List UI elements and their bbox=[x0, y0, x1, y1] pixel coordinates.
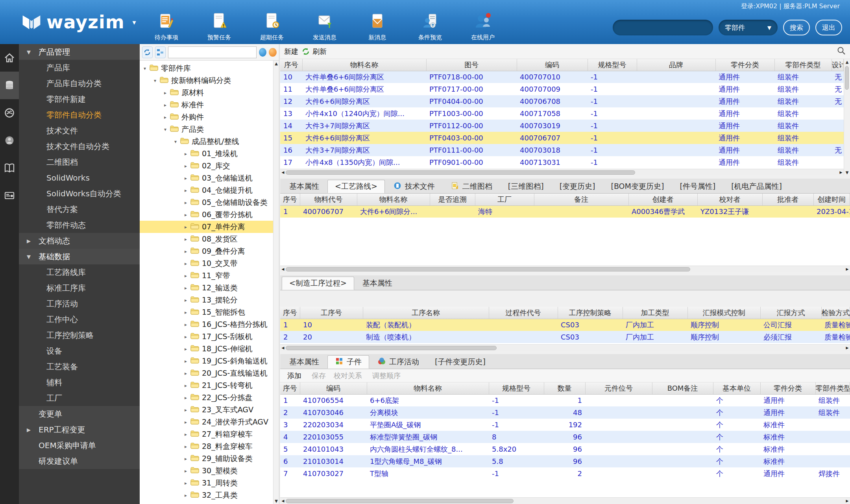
expand-icon[interactable]: ▸ bbox=[183, 407, 188, 413]
column-header[interactable]: 零件分类 bbox=[760, 382, 815, 394]
sidebar-section-5[interactable]: ▶ERP工程变更 bbox=[19, 422, 140, 438]
sidebar-item[interactable]: SolidWorks自动分类 bbox=[19, 186, 140, 201]
search-scope-dropdown[interactable]: 零部件 ▼ bbox=[719, 20, 778, 35]
scroll-down-icon[interactable]: ▼ bbox=[846, 170, 849, 175]
tree-node[interactable]: ▸06_覆带分拣机 bbox=[140, 209, 279, 221]
sidebar-section-1[interactable]: ▼产品管理 bbox=[19, 44, 140, 60]
expand-icon[interactable]: ▸ bbox=[183, 493, 188, 498]
tree-node[interactable]: ▸31_周转类 bbox=[140, 477, 279, 489]
column-header[interactable]: 工序控制策略 bbox=[558, 307, 623, 319]
tree-locate-button[interactable] bbox=[155, 46, 166, 58]
tree-node[interactable]: ▾产品类 bbox=[140, 123, 279, 135]
tab-子件变更历史[interactable]: [子件变更历史] bbox=[427, 355, 493, 369]
column-header[interactable]: 批准者 bbox=[762, 194, 813, 205]
header-tool-4[interactable]: 发送消息 bbox=[311, 12, 338, 41]
table-row[interactable]: 13小件4x10（1240内宽）间隙...PTF1003-00-00400717… bbox=[280, 107, 844, 120]
column-header[interactable]: 过程件代号 bbox=[489, 307, 558, 319]
rail-database-icon[interactable] bbox=[0, 72, 19, 99]
header-tool-2[interactable]: 预警任务 bbox=[205, 12, 233, 41]
column-header[interactable]: 设计备注 bbox=[832, 59, 844, 71]
sidebar-item[interactable]: 零部件自动分类 bbox=[19, 107, 140, 123]
sidebar-item[interactable]: 工艺路线库 bbox=[19, 264, 140, 280]
column-header[interactable]: 品牌 bbox=[637, 59, 715, 71]
expand-icon[interactable]: ▸ bbox=[183, 285, 188, 291]
expand-icon[interactable]: ▸ bbox=[183, 297, 188, 303]
sidebar-section-7[interactable]: 研发建议单 bbox=[19, 453, 140, 469]
collapse-icon[interactable]: ▾ bbox=[152, 78, 158, 83]
expand-icon[interactable]: ▸ bbox=[183, 249, 188, 254]
column-header[interactable]: 规格型号 bbox=[588, 59, 637, 71]
column-header[interactable]: 规格型号 bbox=[489, 382, 544, 394]
tab-变更历史[interactable]: [变更历史] bbox=[552, 180, 603, 193]
column-header[interactable]: 序号 bbox=[280, 307, 300, 319]
column-header[interactable]: 备注 bbox=[534, 194, 628, 205]
sidebar-item[interactable]: 辅料 bbox=[19, 375, 140, 390]
expand-icon[interactable]: ▸ bbox=[163, 102, 168, 108]
new-button[interactable]: 新建 bbox=[284, 47, 298, 56]
tab-基本属性[interactable]: 基本属性 bbox=[282, 180, 327, 193]
table-row[interactable]: 1400706707大件6+6间隙分...海特A000346曹学武YZ0132王… bbox=[280, 205, 850, 218]
column-header[interactable]: 工序名称 bbox=[363, 307, 489, 319]
tree-node[interactable]: ▸原材料 bbox=[140, 87, 279, 99]
tree-filter-input[interactable] bbox=[168, 46, 257, 58]
tree-vertical-scrollbar[interactable]: ▲ ▼ bbox=[273, 61, 279, 504]
tree-node[interactable]: ▸18_JCS-伸缩机 bbox=[140, 343, 279, 355]
column-header[interactable]: 是否追溯 bbox=[430, 194, 475, 205]
collapse-icon[interactable]: ▾ bbox=[142, 66, 148, 71]
tree-node[interactable]: ▸外购件 bbox=[140, 111, 279, 123]
tree-node[interactable]: ▸05_仓储辅助设备类 bbox=[140, 196, 279, 209]
column-header[interactable]: 序号 bbox=[280, 194, 300, 205]
sidebar-section-6[interactable]: OEM采购申请单 bbox=[19, 438, 140, 453]
expand-icon[interactable]: ▸ bbox=[183, 261, 188, 266]
tree-node[interactable]: ▸28_料盒穿梭车 bbox=[140, 440, 279, 452]
expand-icon[interactable]: ▸ bbox=[183, 236, 188, 242]
table-row[interactable]: 11大件单叠6+6间隙分离区PTF0717-00-00400707009-1通用… bbox=[280, 83, 844, 95]
column-header[interactable]: 基本单位 bbox=[713, 382, 760, 394]
sidebar-item[interactable]: 产品库自动分类 bbox=[19, 76, 140, 91]
column-header[interactable]: 物料代号 bbox=[300, 194, 357, 205]
tree-node[interactable]: ▸11_窄带 bbox=[140, 270, 279, 282]
expand-icon[interactable]: ▸ bbox=[183, 480, 188, 486]
column-header[interactable]: 零件分类 bbox=[715, 59, 774, 71]
tree-node[interactable]: ▸24_潜伏举升式AGV bbox=[140, 416, 279, 428]
expand-icon[interactable]: ▸ bbox=[183, 419, 188, 425]
tree-node[interactable]: ▸12_输送类 bbox=[140, 282, 279, 294]
expand-icon[interactable]: ▸ bbox=[183, 175, 188, 181]
rail-license-icon[interactable] bbox=[0, 182, 19, 209]
expand-icon[interactable]: ▸ bbox=[183, 334, 188, 340]
tree-node[interactable]: ▾零部件库 bbox=[140, 62, 279, 74]
expand-icon[interactable]: ▸ bbox=[163, 90, 168, 96]
scroll-up-icon[interactable]: ▲ bbox=[275, 61, 278, 66]
table-row[interactable]: 12大件6+6间隙分离区PTF0404-00-00400706708-1通用件组… bbox=[280, 95, 844, 107]
expand-icon[interactable]: ▸ bbox=[183, 444, 188, 449]
scroll-left-icon[interactable]: ◀ bbox=[280, 346, 286, 350]
scroll-down-icon[interactable]: ▼ bbox=[275, 499, 278, 503]
tree-refresh-button[interactable] bbox=[142, 46, 153, 58]
scroll-left-icon[interactable]: ◀ bbox=[280, 170, 286, 174]
expand-icon[interactable]: ▸ bbox=[183, 310, 188, 315]
column-header[interactable]: 加工类型 bbox=[623, 307, 687, 319]
tree-node[interactable]: ▸15_智能拆包 bbox=[140, 306, 279, 318]
column-header[interactable]: 物料名称 bbox=[302, 59, 426, 71]
table-row[interactable]: 14107065546+6底架-11个通用件组装件 bbox=[280, 394, 850, 406]
tree-node[interactable]: ▸21_JCS-转弯机 bbox=[140, 379, 279, 391]
global-search-input[interactable] bbox=[613, 20, 713, 35]
tree-node[interactable]: ▸23_叉车式AGV bbox=[140, 404, 279, 416]
tab-制造工序过程[interactable]: <制造工序过程> bbox=[282, 277, 354, 290]
table-row[interactable]: 15大件6+6间隙分离区PTF0403-00-00400706707-1通用件组… bbox=[280, 132, 844, 144]
expand-icon[interactable]: ▸ bbox=[183, 346, 188, 352]
table-row[interactable]: 14大件3+7间隙分离区PTF0112-00-00400703019-1通用件组… bbox=[280, 120, 844, 132]
tree-node[interactable]: ▸07_单件分离 bbox=[140, 221, 279, 233]
bom-horizontal-scrollbar[interactable]: ◀ ▶ bbox=[280, 497, 850, 504]
tree-node[interactable]: ▸标准件 bbox=[140, 99, 279, 111]
expand-icon[interactable]: ▸ bbox=[183, 273, 188, 279]
expand-icon[interactable]: ▸ bbox=[183, 224, 188, 230]
table-row[interactable]: 10大件单叠6+6间隙分离区PTF0718-00-00400707010-1通用… bbox=[280, 71, 844, 83]
tab-BOM变更历史[interactable]: [BOM变更历史] bbox=[604, 180, 672, 193]
sidebar-item[interactable]: 标准工序库 bbox=[19, 280, 140, 296]
column-header[interactable]: 序号 bbox=[280, 382, 300, 394]
tab-工序活动[interactable]: 工序活动 bbox=[370, 355, 427, 369]
column-header[interactable]: 图号 bbox=[426, 59, 517, 71]
tree-node[interactable]: ▸20_JCS-直线输送机 bbox=[140, 367, 279, 379]
添加-button[interactable]: 添加 bbox=[285, 371, 301, 380]
